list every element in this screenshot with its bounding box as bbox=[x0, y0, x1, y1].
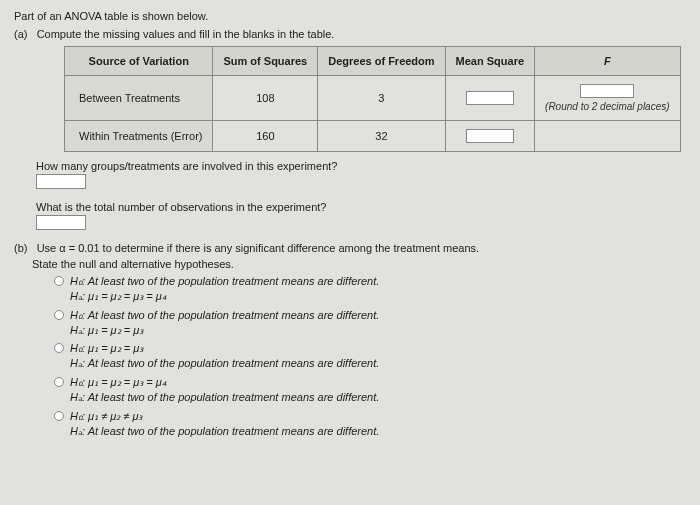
hypothesis-option-1[interactable]: H₀: At least two of the population treat… bbox=[54, 274, 686, 304]
part-a-label: (a) bbox=[14, 28, 27, 40]
within-ms-cell bbox=[445, 121, 534, 152]
within-df: 32 bbox=[318, 121, 445, 152]
between-ms-cell bbox=[445, 76, 534, 121]
part-a-line: (a) Compute the missing values and fill … bbox=[14, 28, 686, 40]
option-text: H₀: At least two of the population treat… bbox=[70, 308, 379, 338]
part-b-line: (b) Use α = 0.01 to determine if there i… bbox=[14, 242, 686, 254]
col-ss: Sum of Squares bbox=[213, 47, 318, 76]
col-source: Source of Variation bbox=[65, 47, 213, 76]
option-text: H₀: μ₁ = μ₂ = μ₃ = μ₄ Hₐ: At least two o… bbox=[70, 375, 379, 405]
radio-icon bbox=[54, 411, 64, 421]
round-note: (Round to 2 decimal places) bbox=[545, 101, 670, 112]
groups-answer-input[interactable] bbox=[36, 174, 86, 189]
between-ss: 108 bbox=[213, 76, 318, 121]
col-ms: Mean Square bbox=[445, 47, 534, 76]
part-b-label: (b) bbox=[14, 242, 27, 254]
option-text: H₀: At least two of the population treat… bbox=[70, 274, 379, 304]
ha-line: Hₐ: At least two of the population treat… bbox=[70, 356, 379, 371]
h0-line: H₀: μ₁ ≠ μ₂ ≠ μ₃ bbox=[70, 409, 379, 424]
part-b-intro-post: to determine if there is any significant… bbox=[100, 242, 480, 254]
state-hypotheses: State the null and alternative hypothese… bbox=[32, 258, 686, 270]
h0-line: H₀: μ₁ = μ₂ = μ₃ = μ₄ bbox=[70, 375, 379, 390]
between-ms-input[interactable] bbox=[466, 91, 514, 105]
within-source: Within Treatments (Error) bbox=[65, 121, 213, 152]
within-ss: 160 bbox=[213, 121, 318, 152]
table-header-row: Source of Variation Sum of Squares Degre… bbox=[65, 47, 681, 76]
part-a-body: Source of Variation Sum of Squares Degre… bbox=[14, 46, 686, 230]
hypothesis-option-4[interactable]: H₀: μ₁ = μ₂ = μ₃ = μ₄ Hₐ: At least two o… bbox=[54, 375, 686, 405]
option-text: H₀: μ₁ = μ₂ = μ₃ Hₐ: At least two of the… bbox=[70, 341, 379, 371]
total-obs-answer-input[interactable] bbox=[36, 215, 86, 230]
page-root: Part of an ANOVA table is shown below. (… bbox=[0, 0, 700, 451]
question-total-obs: What is the total number of observations… bbox=[36, 201, 686, 213]
alpha-value: 0.01 bbox=[78, 242, 99, 254]
part-a-instruction: Compute the missing values and fill in t… bbox=[37, 28, 335, 40]
f-cell: (Round to 2 decimal places) bbox=[535, 76, 681, 121]
within-ms-input[interactable] bbox=[466, 129, 514, 143]
h0-line: H₀: At least two of the population treat… bbox=[70, 274, 379, 289]
table-row: Within Treatments (Error) 160 32 bbox=[65, 121, 681, 152]
hypothesis-option-2[interactable]: H₀: At least two of the population treat… bbox=[54, 308, 686, 338]
intro-text: Part of an ANOVA table is shown below. bbox=[14, 10, 686, 22]
ha-line: Hₐ: μ₁ = μ₂ = μ₃ bbox=[70, 323, 379, 338]
f-value-input[interactable] bbox=[580, 84, 634, 98]
col-df: Degrees of Freedom bbox=[318, 47, 445, 76]
part-b-intro-pre: Use α = bbox=[37, 242, 79, 254]
radio-icon bbox=[54, 343, 64, 353]
ha-line: Hₐ: At least two of the population treat… bbox=[70, 424, 379, 439]
radio-icon bbox=[54, 377, 64, 387]
question-groups: How many groups/treatments are involved … bbox=[36, 160, 686, 172]
between-source: Between Treatments bbox=[65, 76, 213, 121]
part-b-body: State the null and alternative hypothese… bbox=[14, 258, 686, 438]
table-row: Between Treatments 108 3 (Round to 2 dec… bbox=[65, 76, 681, 121]
h0-line: H₀: μ₁ = μ₂ = μ₃ bbox=[70, 341, 379, 356]
ha-line: Hₐ: μ₁ = μ₂ = μ₃ = μ₄ bbox=[70, 289, 379, 304]
anova-table: Source of Variation Sum of Squares Degre… bbox=[64, 46, 681, 152]
radio-icon bbox=[54, 276, 64, 286]
option-text: H₀: μ₁ ≠ μ₂ ≠ μ₃ Hₐ: At least two of the… bbox=[70, 409, 379, 439]
radio-icon bbox=[54, 310, 64, 320]
hypothesis-option-3[interactable]: H₀: μ₁ = μ₂ = μ₃ Hₐ: At least two of the… bbox=[54, 341, 686, 371]
f-empty-cell bbox=[535, 121, 681, 152]
h0-line: H₀: At least two of the population treat… bbox=[70, 308, 379, 323]
between-df: 3 bbox=[318, 76, 445, 121]
hypothesis-option-5[interactable]: H₀: μ₁ ≠ μ₂ ≠ μ₃ Hₐ: At least two of the… bbox=[54, 409, 686, 439]
col-f: F bbox=[535, 47, 681, 76]
ha-line: Hₐ: At least two of the population treat… bbox=[70, 390, 379, 405]
